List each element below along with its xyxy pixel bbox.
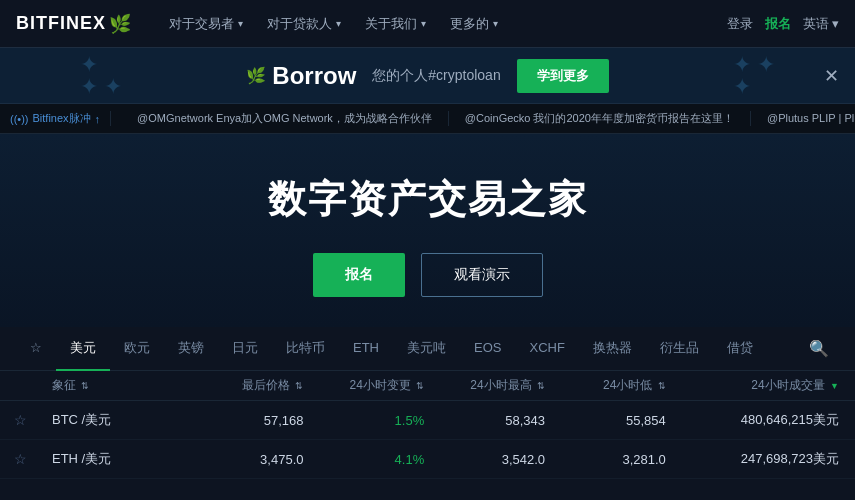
th-high[interactable]: 24小时最高 ⇅ [440,377,561,394]
sort-down-icon: ▼ [830,381,839,391]
search-icon[interactable]: 🔍 [799,339,839,358]
ticker-pulse: ((•)) Bitfinex脉冲 ↑ [0,111,111,126]
decorative-plus-icon: ✦ ✦✦ [733,54,775,98]
symbol-eth: ETH /美元 [40,450,178,468]
chevron-down-icon: ▾ [493,18,498,29]
sort-icon: ⇅ [537,381,545,391]
tab-favorites[interactable]: ☆ [16,327,56,371]
tab-eth[interactable]: ETH [339,327,393,371]
th-price[interactable]: 最后价格 ⇅ [178,377,320,394]
banner-logo: 🌿 Borrow [246,62,356,90]
banner-content: 🌿 Borrow 您的个人#cryptoloan 学到更多 [246,59,608,93]
th-change[interactable]: 24小时变更 ⇅ [319,377,440,394]
ticker-item: @OMGnetwork Enya加入OMG Network，成为战略合作伙伴 [121,111,449,126]
banner-subtitle: 您的个人#cryptoloan [372,67,500,85]
close-icon[interactable]: ✕ [824,67,839,85]
chevron-down-icon: ▾ [336,18,341,29]
tab-btc[interactable]: 比特币 [272,327,339,371]
hero-demo-button[interactable]: 观看演示 [421,253,543,297]
ticker-item: @Plutus PLIP | Pluton流动 [751,111,855,126]
chevron-down-icon: ▾ [238,18,243,29]
favorite-star-eth[interactable]: ☆ [0,451,40,467]
tab-usdt[interactable]: 美元吨 [393,327,460,371]
nav-item-more[interactable]: 更多的 ▾ [440,9,508,39]
volume-eth: 247,698,723美元 [682,450,855,468]
tab-exchange[interactable]: 换热器 [579,327,646,371]
tab-eur[interactable]: 欧元 [110,327,164,371]
low-btc: 55,854 [561,413,682,428]
nav-items: 对于交易者 ▾ 对于贷款人 ▾ 关于我们 ▾ 更多的 ▾ [159,9,727,39]
tab-gbp[interactable]: 英镑 [164,327,218,371]
sort-icon: ⇅ [81,381,89,391]
chevron-down-icon: ▾ [832,16,839,31]
market-tabs: ☆ 美元 欧元 英镑 日元 比特币 ETH 美元吨 EOS XCHF 换热器 [0,327,855,371]
table-row: ☆ ETH /美元 3,475.0 4.1% 3,542.0 3,281.0 2… [0,440,855,479]
login-button[interactable]: 登录 [727,15,753,33]
nav-item-lenders[interactable]: 对于贷款人 ▾ [257,9,351,39]
nav-item-traders[interactable]: 对于交易者 ▾ [159,9,253,39]
hero-signup-button[interactable]: 报名 [313,253,405,297]
decorative-plus-icon: ✦✦ ✦ [80,54,122,98]
banner-leaf-icon: 🌿 [246,66,266,85]
tab-derivatives[interactable]: 衍生品 [646,327,713,371]
tab-usd[interactable]: 美元 [56,327,110,371]
favorite-star-btc[interactable]: ☆ [0,412,40,428]
sort-icon: ⇅ [295,381,303,391]
sort-icon: ⇅ [416,381,424,391]
logo[interactable]: BITFINEX 🌿 [16,13,131,35]
low-eth: 3,281.0 [561,452,682,467]
tab-xchf[interactable]: XCHF [515,327,578,371]
high-eth: 3,542.0 [440,452,561,467]
logo-text: BITFINEX [16,13,106,34]
navbar: BITFINEX 🌿 对于交易者 ▾ 对于贷款人 ▾ 关于我们 ▾ 更多的 ▾ … [0,0,855,48]
signup-button[interactable]: 报名 [765,15,791,33]
sort-icon: ⇅ [658,381,666,391]
price-btc: 57,168 [178,413,320,428]
star-icon: ☆ [30,340,42,355]
tab-jpy[interactable]: 日元 [218,327,272,371]
tab-lending[interactable]: 借贷 [713,327,767,371]
banner-cta-button[interactable]: 学到更多 [517,59,609,93]
language-selector[interactable]: 英语 ▾ [803,15,839,33]
banner-title: Borrow [272,62,356,90]
pulse-arrow-icon: ↑ [95,113,101,125]
ticker-scroll: @OMGnetwork Enya加入OMG Network，成为战略合作伙伴 @… [111,111,855,126]
logo-leaf-icon: 🌿 [109,13,131,35]
ticker-item: @CoinGecko 我们的2020年年度加密货币报告在这里！ [449,111,751,126]
market-section: ☆ 美元 欧元 英镑 日元 比特币 ETH 美元吨 EOS XCHF 换热器 [0,327,855,479]
tab-eos[interactable]: EOS [460,327,515,371]
th-volume[interactable]: 24小时成交量 ▼ [682,377,855,394]
nav-right: 登录 报名 英语 ▾ [727,15,839,33]
change-eth: 4.1% [319,452,440,467]
table-header: 象征 ⇅ 最后价格 ⇅ 24小时变更 ⇅ 24小时最高 ⇅ 24小时低 ⇅ 24… [0,371,855,401]
change-btc: 1.5% [319,413,440,428]
pulse-icon: ((•)) [10,113,29,125]
hero-title: 数字资产交易之家 [20,174,835,225]
promo-banner: ✦✦ ✦ 🌿 Borrow 您的个人#cryptoloan 学到更多 ✦ ✦✦ … [0,48,855,104]
nav-item-about[interactable]: 关于我们 ▾ [355,9,436,39]
volume-btc: 480,646,215美元 [682,411,855,429]
price-eth: 3,475.0 [178,452,320,467]
hero-section: 数字资产交易之家 报名 观看演示 [0,134,855,327]
th-symbol[interactable]: 象征 ⇅ [40,377,178,394]
chevron-down-icon: ▾ [421,18,426,29]
table-row: ☆ BTC /美元 57,168 1.5% 58,343 55,854 480,… [0,401,855,440]
ticker-items: @OMGnetwork Enya加入OMG Network，成为战略合作伙伴 @… [121,111,855,126]
hero-buttons: 报名 观看演示 [20,253,835,297]
news-ticker: ((•)) Bitfinex脉冲 ↑ @OMGnetwork Enya加入OMG… [0,104,855,134]
symbol-btc: BTC /美元 [40,411,178,429]
high-btc: 58,343 [440,413,561,428]
th-low[interactable]: 24小时低 ⇅ [561,377,682,394]
